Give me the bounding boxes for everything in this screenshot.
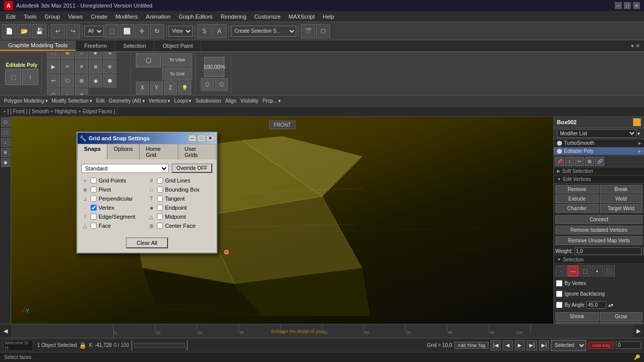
- create-selection-select[interactable]: Create Selection S...: [231, 26, 296, 37]
- to-grid-btn[interactable]: To Grid: [162, 67, 192, 80]
- modifier-list-dropdown[interactable]: Modifier List: [557, 129, 636, 138]
- connect-btn[interactable]: Connect: [555, 215, 642, 224]
- ribbon-small-7[interactable]: ✂: [61, 60, 74, 73]
- ribbon-small-13[interactable]: ⊞: [75, 74, 88, 87]
- close-btn[interactable]: ✕: [633, 2, 640, 9]
- left-tool-4[interactable]: ⊕: [1, 148, 10, 157]
- polygon-mode-btn[interactable]: ▪: [592, 265, 603, 277]
- center-face-cb[interactable]: [157, 223, 163, 229]
- viewport[interactable]: FRONT X Y Z 🔧 Grid and Snap Settings ─: [11, 117, 553, 324]
- left-tool-3[interactable]: ↕: [1, 138, 10, 147]
- snap-toggle-btn[interactable]: S: [197, 24, 211, 38]
- polygon-modeling-menu[interactable]: Polygon Modeling ▾: [4, 98, 48, 104]
- pivot-cb[interactable]: [91, 187, 97, 193]
- go-to-start-btn[interactable]: |◀: [491, 340, 501, 350]
- percent-btn[interactable]: 100,00%: [204, 57, 224, 77]
- dialog-tab-user-grids[interactable]: User Grids: [178, 144, 216, 159]
- tangent-cb[interactable]: [157, 196, 163, 202]
- dialog-minimize-btn[interactable]: ─: [188, 135, 196, 142]
- play-btn[interactable]: ▶: [515, 340, 525, 350]
- modifier-list-expand[interactable]: ▾: [636, 131, 641, 136]
- remove-unused-btn[interactable]: Remove Unused Map Verts: [555, 236, 642, 245]
- progress-handle-right[interactable]: [187, 340, 188, 350]
- ribbon-small-18[interactable]: ✕: [75, 88, 88, 96]
- menu-edit[interactable]: Edit: [2, 13, 20, 21]
- ribbon-small-2[interactable]: ⊞: [61, 52, 74, 59]
- edge-seg-cb[interactable]: [91, 214, 97, 220]
- menu-maxscript[interactable]: MAXScript: [285, 13, 319, 21]
- grow-btn[interactable]: Grow: [600, 312, 643, 321]
- modify-selection-menu[interactable]: Modify Selection ▾: [52, 98, 92, 104]
- dialog-close-btn[interactable]: ✕: [206, 135, 214, 142]
- undo-btn[interactable]: ↩: [51, 24, 65, 38]
- redo-btn[interactable]: ↪: [66, 24, 80, 38]
- make-planar-btn[interactable]: ⬡: [136, 53, 161, 67]
- dialog-maximize-btn[interactable]: □: [197, 135, 205, 142]
- dialog-tab-home-grid[interactable]: Home Grid: [139, 144, 178, 159]
- tab-selection[interactable]: Selection: [115, 41, 154, 50]
- face-cb[interactable]: [91, 223, 97, 229]
- geometry-all-menu[interactable]: Geometry (All) ▾: [109, 98, 144, 104]
- snap-type-select[interactable]: Standard NURBS: [82, 164, 169, 173]
- subdivision-menu[interactable]: Subdivision: [195, 98, 221, 104]
- prev-frame-btn[interactable]: ◀: [503, 340, 513, 350]
- extrude-btn[interactable]: Extrude: [555, 195, 599, 203]
- tab-object-paint[interactable]: Object Paint: [154, 41, 201, 50]
- ribbon-small-1[interactable]: ⬚: [47, 52, 60, 59]
- stack-move-btn[interactable]: ↕: [565, 157, 574, 166]
- remove-btn[interactable]: Remove: [555, 185, 599, 194]
- align-menu[interactable]: Align: [225, 98, 236, 104]
- left-tool-2[interactable]: ⬚: [1, 128, 10, 137]
- maximize-btn[interactable]: □: [624, 2, 631, 9]
- next-frame-btn[interactable]: ▶|: [527, 340, 537, 350]
- add-time-tag-btn[interactable]: Add Time Tag: [454, 342, 489, 349]
- stack-link-btn[interactable]: 🔗: [595, 157, 604, 166]
- grid-lines-cb[interactable]: [157, 177, 163, 184]
- menu-group[interactable]: Group: [41, 13, 64, 21]
- ribbon-small-14[interactable]: ◉: [89, 74, 102, 87]
- ribbon-small-10[interactable]: ⊗: [103, 60, 116, 73]
- selection-arrow[interactable]: ▼: [557, 257, 561, 262]
- menu-tools[interactable]: Tools: [20, 13, 41, 21]
- to-view-btn[interactable]: To View: [162, 53, 192, 66]
- all-select[interactable]: All: [85, 26, 104, 37]
- lock-icon[interactable]: 🔒: [79, 342, 87, 349]
- key-filters-select[interactable]: Selected: [551, 340, 586, 351]
- element-mode-btn[interactable]: ⬛: [604, 265, 615, 277]
- ribbon-small-17[interactable]: ↕: [61, 88, 74, 96]
- current-frame-input[interactable]: [616, 341, 641, 349]
- turbosmooth-item[interactable]: TurboSmooth ▸: [554, 139, 644, 147]
- ribbon-small-16[interactable]: ⬡: [47, 88, 60, 96]
- target-weld-btn[interactable]: Target Weld: [600, 204, 643, 213]
- left-tool-1[interactable]: ⬡: [1, 118, 10, 127]
- go-to-end-btn[interactable]: ▶|: [539, 340, 549, 350]
- tab-graphite[interactable]: Graphite Modeling Tools: [0, 41, 76, 51]
- auto-key-btn[interactable]: Auto Key: [588, 342, 614, 349]
- shrink-btn[interactable]: Shrink: [555, 312, 599, 321]
- minimize-btn[interactable]: ─: [615, 2, 622, 9]
- select-rotate-btn[interactable]: ↻: [150, 24, 164, 38]
- select-move-btn[interactable]: ✛: [135, 24, 149, 38]
- axis-y-btn[interactable]: Y: [150, 81, 163, 95]
- vertex-cb[interactable]: [91, 205, 97, 211]
- new-btn[interactable]: 📄: [2, 24, 16, 38]
- menu-help[interactable]: Help: [319, 13, 339, 21]
- loops-menu[interactable]: Loops ▾: [174, 98, 191, 104]
- axis-z-btn[interactable]: Z: [164, 81, 177, 95]
- visibility-menu[interactable]: Visibility: [240, 98, 259, 104]
- material-editor-btn[interactable]: ⬡: [316, 24, 330, 38]
- remove-isolated-btn[interactable]: Remove Isolated Vertices: [555, 226, 642, 234]
- by-angle-cb[interactable]: [556, 302, 562, 308]
- ribbon-small-9[interactable]: ⊕: [89, 60, 102, 73]
- menu-rendering[interactable]: Rendering: [217, 13, 251, 21]
- menu-graph-editors[interactable]: Graph Editors: [175, 13, 217, 21]
- turbosmooth-expand[interactable]: ▸: [638, 140, 641, 146]
- break-btn[interactable]: Break: [600, 185, 643, 194]
- object-color-swatch[interactable]: [633, 118, 641, 126]
- perp-cb[interactable]: [91, 196, 97, 202]
- editable-poly-expand[interactable]: ▸: [638, 148, 641, 154]
- progress-handle-left[interactable]: [131, 340, 132, 350]
- tab-freeform[interactable]: Freeform: [76, 41, 115, 50]
- edit-menu[interactable]: Edit: [96, 98, 105, 104]
- edge-mode-btn[interactable]: —: [568, 265, 579, 277]
